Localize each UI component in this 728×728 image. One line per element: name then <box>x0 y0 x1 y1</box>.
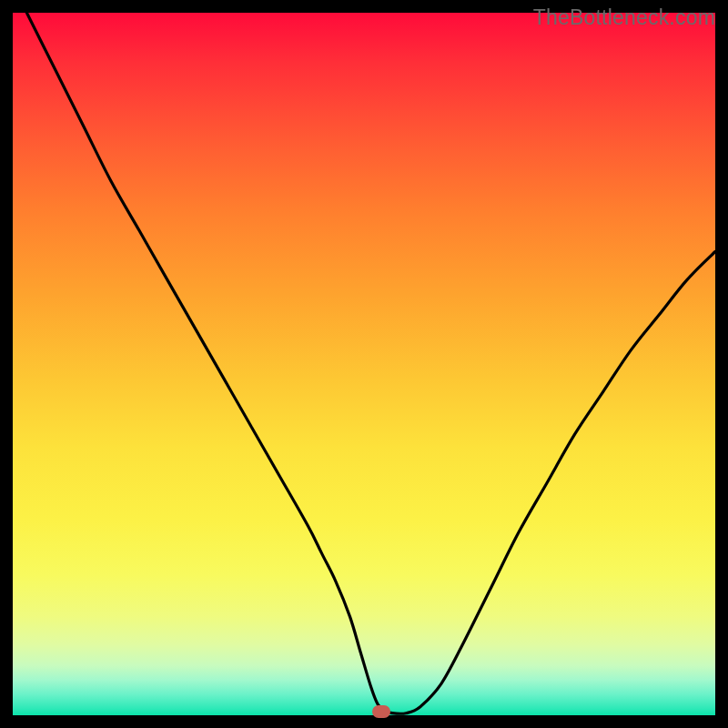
optimum-marker <box>372 705 390 718</box>
watermark-text: TheBottleneck.com <box>533 5 715 30</box>
bottleneck-curve <box>13 13 715 715</box>
chart-container: TheBottleneck.com <box>0 0 728 728</box>
